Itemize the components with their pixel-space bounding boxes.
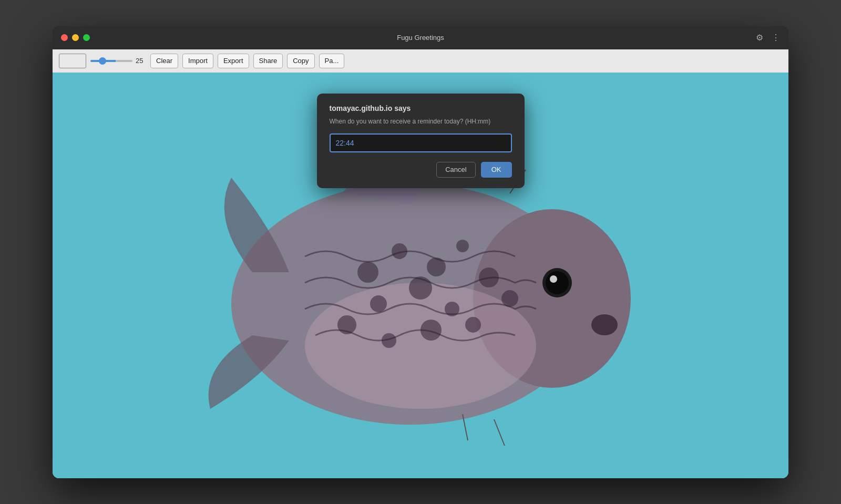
dialog-title: tomayac.github.io says	[330, 104, 512, 112]
title-bar-actions: ⚙ ⋮	[756, 33, 780, 43]
import-button[interactable]: Import	[182, 54, 213, 68]
close-button[interactable]	[61, 34, 68, 41]
browser-window: Fugu Greetings ⚙ ⋮ 25 Clear Import Expor…	[53, 26, 788, 478]
clear-button[interactable]: Clear	[150, 54, 178, 68]
dialog: tomayac.github.io says When do you want …	[317, 94, 525, 188]
main-content: tomayac.github.io says When do you want …	[53, 73, 788, 478]
menu-icon[interactable]: ⋮	[772, 33, 780, 43]
ok-button[interactable]: OK	[481, 162, 512, 178]
extensions-icon[interactable]: ⚙	[756, 33, 763, 43]
reminder-time-input[interactable]	[330, 133, 512, 152]
toolbar: 25 Clear Import Export Share Copy Pa...	[53, 49, 788, 73]
brush-size-slider[interactable]	[90, 60, 132, 62]
title-bar: Fugu Greetings ⚙ ⋮	[53, 26, 788, 49]
brush-size-value: 25	[136, 57, 146, 65]
export-button[interactable]: Export	[218, 54, 249, 68]
window-title: Fugu Greetings	[397, 34, 444, 42]
cancel-button[interactable]: Cancel	[436, 162, 475, 178]
traffic-lights	[61, 34, 90, 41]
dialog-message: When do you want to receive a reminder t…	[330, 117, 512, 126]
minimize-button[interactable]	[72, 34, 79, 41]
brush-size-container: 25	[90, 57, 146, 65]
color-swatch[interactable]	[59, 54, 86, 68]
dialog-buttons: Cancel OK	[330, 162, 512, 178]
share-button[interactable]: Share	[253, 54, 283, 68]
copy-button[interactable]: Copy	[287, 54, 314, 68]
maximize-button[interactable]	[83, 34, 90, 41]
dialog-overlay: tomayac.github.io says When do you want …	[53, 73, 788, 478]
paste-button[interactable]: Pa...	[319, 54, 345, 68]
